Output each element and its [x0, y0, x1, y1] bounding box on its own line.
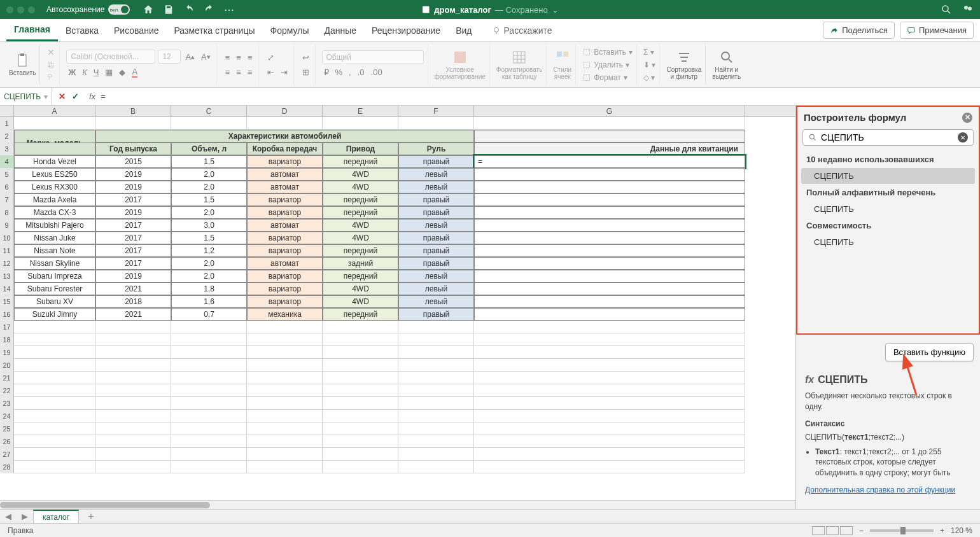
cell[interactable]	[171, 346, 247, 359]
name-box[interactable]: СЦЕПИТЬ▾	[0, 88, 52, 105]
cell[interactable]	[323, 321, 398, 333]
cell[interactable]	[323, 435, 398, 448]
cell[interactable]	[474, 333, 745, 346]
cell-year[interactable]: 2021	[95, 308, 171, 321]
increase-font-icon[interactable]: A▴	[183, 50, 197, 64]
zoom-in-icon[interactable]: +	[940, 526, 944, 535]
cell[interactable]	[323, 384, 398, 397]
cell-receipt[interactable]: =	[474, 155, 745, 168]
function-item-all[interactable]: СЦЕПИТЬ	[801, 201, 975, 217]
select-all-corner[interactable]	[0, 106, 14, 116]
column-header[interactable]: A	[14, 106, 95, 116]
cell-receipt[interactable]	[474, 193, 745, 206]
fill-button[interactable]: ⬇ ▾	[643, 59, 655, 71]
redo-icon[interactable]	[204, 4, 215, 15]
more-icon[interactable]: ⋯	[224, 4, 234, 16]
cell[interactable]	[247, 346, 323, 359]
cell[interactable]	[474, 410, 745, 422]
row-header[interactable]: 19	[0, 346, 14, 359]
row-header[interactable]: 27	[0, 448, 14, 461]
th-drive[interactable]: Привод	[323, 143, 398, 155]
cell[interactable]	[14, 422, 95, 435]
cell-receipt[interactable]	[474, 168, 745, 181]
cell[interactable]	[323, 372, 398, 384]
cell[interactable]	[323, 117, 398, 130]
row-header[interactable]: 22	[0, 384, 14, 397]
row-header[interactable]: 4	[0, 155, 14, 168]
share-icon[interactable]	[962, 4, 974, 15]
clear-button[interactable]: ◇ ▾	[643, 72, 655, 83]
clear-search-icon[interactable]: ✕	[958, 132, 968, 143]
cell-styles-button[interactable]: Стили ячеек	[553, 50, 571, 80]
row-header[interactable]: 2	[0, 130, 14, 143]
column-header[interactable]: C	[171, 106, 247, 116]
row-header[interactable]: 7	[0, 193, 14, 206]
cell[interactable]	[14, 410, 95, 422]
borders-icon[interactable]: ▦	[103, 66, 115, 79]
cell-brand[interactable]: Nissan Note	[14, 244, 95, 257]
cell-volume[interactable]: 1,5	[171, 232, 247, 244]
cell[interactable]	[247, 321, 323, 333]
cell[interactable]	[398, 117, 474, 130]
cell[interactable]	[398, 448, 474, 461]
cell-wheel[interactable]: левый	[398, 168, 474, 181]
cell[interactable]	[398, 346, 474, 359]
align-right-icon[interactable]: ≡	[246, 66, 255, 79]
cell-drive[interactable]: 4WD	[323, 219, 398, 232]
cell-receipt[interactable]	[474, 308, 745, 321]
cell-brand[interactable]: Mazda Axela	[14, 193, 95, 206]
font-name-select[interactable]: Calibri (Основной...	[66, 50, 155, 64]
cell[interactable]	[398, 359, 474, 372]
comments-button[interactable]: Примечания	[900, 22, 974, 39]
row-header[interactable]: 3	[0, 143, 14, 155]
function-item-compat[interactable]: СЦЕПИТЬ	[801, 234, 975, 250]
row-header[interactable]: 26	[0, 435, 14, 448]
delete-cells-button[interactable]: Удалить ▾	[582, 59, 633, 71]
cell-drive[interactable]: 4WD	[323, 168, 398, 181]
cell-drive[interactable]: 4WD	[323, 181, 398, 193]
cell[interactable]	[95, 117, 171, 130]
cell[interactable]	[95, 410, 171, 422]
cell-receipt[interactable]	[474, 244, 745, 257]
row-header[interactable]: 14	[0, 282, 14, 295]
comma-icon[interactable]: ,	[347, 66, 353, 79]
cell-wheel[interactable]: левый	[398, 295, 474, 308]
cell[interactable]	[474, 397, 745, 410]
undo-icon[interactable]	[183, 4, 195, 15]
cell[interactable]	[398, 384, 474, 397]
cell-brand[interactable]: Honda Vezel	[14, 155, 95, 168]
orientation-icon[interactable]: ⤢	[265, 51, 276, 64]
row-header[interactable]: 16	[0, 308, 14, 321]
cell[interactable]	[14, 346, 95, 359]
cell[interactable]	[323, 461, 398, 473]
cell-gearbox[interactable]: автомат	[247, 181, 323, 193]
search-input[interactable]	[821, 132, 954, 143]
cell-drive[interactable]: передний	[323, 155, 398, 168]
cell[interactable]	[14, 448, 95, 461]
cell-year[interactable]: 2021	[95, 282, 171, 295]
tab-insert[interactable]: Вставка	[58, 20, 106, 41]
th-wheel[interactable]: Руль	[398, 143, 474, 155]
cell-brand[interactable]: Suzuki Jimny	[14, 308, 95, 321]
cell[interactable]	[171, 359, 247, 372]
cell-receipt[interactable]	[474, 219, 745, 232]
cell-gearbox[interactable]: вариатор	[247, 282, 323, 295]
increase-indent-icon[interactable]: ⇥	[279, 66, 290, 79]
cell-volume[interactable]: 0,7	[171, 308, 247, 321]
table-header-main[interactable]: Характеристики автомобилей	[95, 130, 474, 143]
row-header[interactable]: 1	[0, 117, 14, 130]
cell[interactable]	[14, 117, 95, 130]
cell-wheel[interactable]: левый	[398, 282, 474, 295]
cell[interactable]	[474, 384, 745, 397]
decrease-decimal-icon[interactable]: .00	[369, 66, 384, 79]
cell-brand[interactable]: Mitsubishi Pajero	[14, 219, 95, 232]
cell-year[interactable]: 2017	[95, 219, 171, 232]
format-table-button[interactable]: Форматировать как таблицу	[496, 50, 543, 80]
cell[interactable]	[474, 130, 745, 143]
underline-icon[interactable]: Ч	[92, 66, 101, 79]
cell[interactable]	[14, 461, 95, 473]
spreadsheet-grid[interactable]: ABCDEFG 12Марка, модельХарактеристики ав…	[0, 106, 795, 509]
cell[interactable]	[247, 397, 323, 410]
row-header[interactable]: 11	[0, 244, 14, 257]
close-panel-icon[interactable]: ✕	[962, 113, 972, 123]
